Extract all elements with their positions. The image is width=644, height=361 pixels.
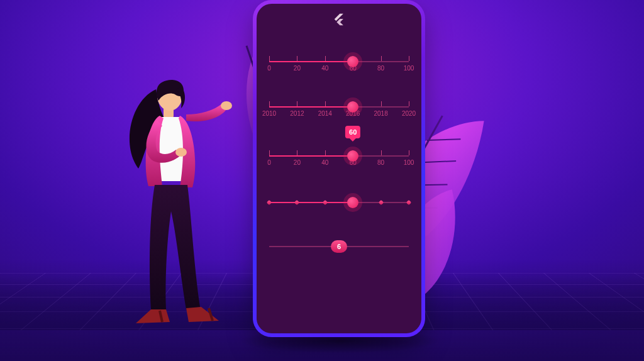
slider-thumb[interactable] (347, 101, 358, 113)
slider-thumb[interactable] (347, 56, 358, 67)
svg-point-3 (221, 101, 232, 110)
slider-pill[interactable]: 6 (331, 240, 347, 253)
svg-point-2 (175, 148, 187, 157)
slider-years[interactable]: 201020122014201620182020 (269, 93, 409, 121)
phone-screen: 020406080100 201020122014201620182020 02… (257, 4, 421, 333)
slider-pill-label[interactable]: 6 (269, 238, 409, 255)
slider-tooltip: 60 (345, 126, 360, 138)
flutter-icon (332, 13, 346, 29)
slider-scale-0-100[interactable]: 020406080100 (269, 48, 409, 75)
slider-thumb[interactable] (347, 197, 358, 208)
slider-thumb[interactable] (347, 150, 358, 162)
slider-with-tooltip[interactable]: 020406080100 60 (269, 142, 409, 170)
phone-frame: 020406080100 201020122014201620182020 02… (253, 0, 425, 337)
slider-diamond-ticks[interactable] (269, 194, 409, 211)
woman-illustration (126, 75, 252, 340)
